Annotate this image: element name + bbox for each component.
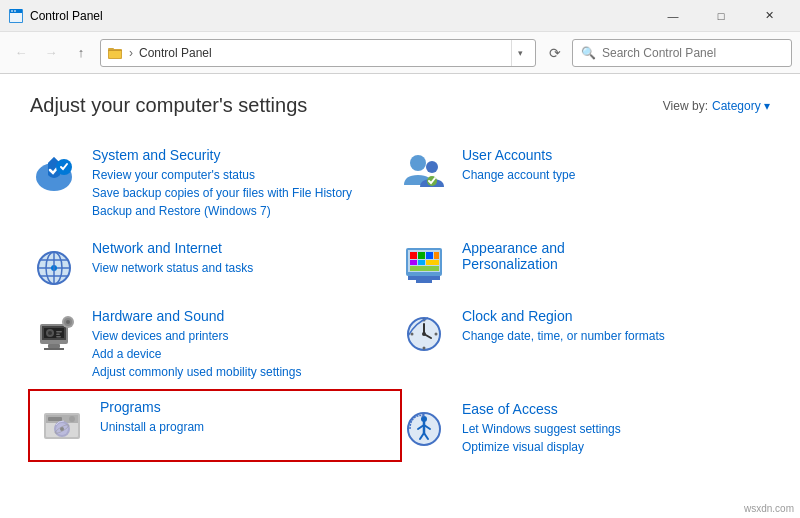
category-ease-of-access[interactable]: Ease of Access Let Windows suggest setti… (400, 391, 770, 466)
category-user-accounts[interactable]: User Accounts Change account type (400, 137, 770, 230)
programs-title[interactable]: Programs (100, 399, 392, 415)
svg-rect-46 (56, 336, 61, 338)
page-header: Adjust your computer's settings View by:… (30, 94, 770, 117)
user-accounts-title[interactable]: User Accounts (462, 147, 760, 163)
svg-rect-1 (10, 13, 22, 22)
back-button[interactable]: ← (8, 40, 34, 66)
system-security-content: System and Security Review your computer… (92, 147, 390, 220)
category-appearance[interactable]: Appearance andPersonalization (400, 230, 770, 298)
appearance-icon (400, 240, 448, 288)
svg-point-11 (410, 155, 426, 171)
svg-rect-30 (410, 260, 417, 265)
svg-rect-40 (48, 344, 60, 348)
hardware-sound-title[interactable]: Hardware and Sound (92, 308, 390, 324)
title-bar: Control Panel — □ ✕ (0, 0, 800, 32)
svg-rect-32 (426, 260, 439, 265)
search-input[interactable] (602, 46, 783, 60)
page-title: Adjust your computer's settings (30, 94, 307, 117)
svg-rect-25 (416, 280, 432, 283)
user-accounts-icon (400, 147, 448, 195)
svg-point-54 (435, 333, 438, 336)
category-programs[interactable]: Programs Uninstall a program (28, 389, 402, 462)
forward-button[interactable]: → (38, 40, 64, 66)
address-field[interactable]: › Control Panel ▾ (100, 39, 536, 67)
svg-rect-60 (48, 417, 62, 421)
search-icon: 🔍 (581, 46, 596, 60)
search-field[interactable]: 🔍 (572, 39, 792, 67)
ease-of-access-title[interactable]: Ease of Access (462, 401, 760, 417)
programs-content: Programs Uninstall a program (100, 399, 392, 436)
window-title: Control Panel (30, 9, 650, 23)
network-internet-icon (30, 240, 78, 288)
ease-of-access-icon (400, 401, 448, 449)
breadcrumb-separator: › (129, 46, 133, 60)
hardware-sound-content: Hardware and Sound View devices and prin… (92, 308, 390, 381)
window-controls: — □ ✕ (650, 0, 792, 32)
svg-point-52 (422, 332, 426, 336)
programs-link-1[interactable]: Uninstall a program (100, 418, 392, 436)
network-internet-content: Network and Internet View network status… (92, 240, 390, 277)
user-accounts-link-1[interactable]: Change account type (462, 166, 760, 184)
svg-rect-33 (410, 266, 439, 271)
svg-point-55 (423, 347, 426, 350)
svg-point-4 (14, 10, 16, 12)
address-folder-icon (107, 45, 123, 61)
close-button[interactable]: ✕ (746, 0, 792, 32)
address-bar: ← → ↑ › Control Panel ▾ ⟳ 🔍 (0, 32, 800, 74)
ease-of-access-content: Ease of Access Let Windows suggest setti… (462, 401, 760, 456)
svg-point-12 (426, 161, 438, 173)
svg-rect-44 (56, 331, 62, 333)
network-internet-link-1[interactable]: View network status and tasks (92, 259, 390, 277)
title-bar-icon (8, 8, 24, 24)
svg-rect-31 (418, 260, 425, 265)
programs-icon (38, 399, 86, 447)
view-by-label: View by: (663, 99, 708, 113)
hardware-sound-link-3[interactable]: Adjust commonly used mobility settings (92, 363, 390, 381)
category-system-security[interactable]: System and Security Review your computer… (30, 137, 400, 230)
category-grid: System and Security Review your computer… (30, 137, 770, 466)
hardware-sound-link-2[interactable]: Add a device (92, 345, 390, 363)
system-security-link-3[interactable]: Backup and Restore (Windows 7) (92, 202, 390, 220)
maximize-button[interactable]: □ (698, 0, 744, 32)
svg-point-56 (411, 333, 414, 336)
ease-of-access-link-2[interactable]: Optimize visual display (462, 438, 760, 456)
svg-rect-24 (408, 276, 440, 280)
ease-of-access-link-1[interactable]: Let Windows suggest settings (462, 420, 760, 438)
system-security-link-2[interactable]: Save backup copies of your files with Fi… (92, 184, 390, 202)
category-network-internet[interactable]: Network and Internet View network status… (30, 230, 400, 298)
network-internet-title[interactable]: Network and Internet (92, 240, 390, 256)
clock-region-icon (400, 308, 448, 356)
category-clock-region[interactable]: Clock and Region Change date, time, or n… (400, 298, 770, 391)
clock-region-title[interactable]: Clock and Region (462, 308, 760, 324)
svg-rect-28 (426, 252, 433, 259)
view-by-control: View by: Category ▾ (663, 99, 770, 113)
main-content: Adjust your computer's settings View by:… (0, 74, 800, 518)
clock-region-link-1[interactable]: Change date, time, or number formats (462, 327, 760, 345)
svg-rect-8 (108, 50, 122, 51)
svg-rect-41 (44, 348, 64, 350)
svg-rect-7 (109, 50, 121, 58)
svg-point-61 (69, 416, 75, 422)
svg-rect-6 (108, 48, 114, 50)
svg-point-39 (66, 320, 70, 324)
hardware-sound-icon (30, 308, 78, 356)
clock-region-content: Clock and Region Change date, time, or n… (462, 308, 760, 345)
view-by-dropdown[interactable]: Category ▾ (712, 99, 770, 113)
svg-rect-45 (56, 334, 60, 336)
system-security-link-1[interactable]: Review your computer's status (92, 166, 390, 184)
minimize-button[interactable]: — (650, 0, 696, 32)
hardware-sound-link-1[interactable]: View devices and printers (92, 327, 390, 345)
svg-rect-27 (418, 252, 425, 259)
svg-rect-29 (434, 252, 439, 259)
user-accounts-content: User Accounts Change account type (462, 147, 760, 184)
system-security-title[interactable]: System and Security (92, 147, 390, 163)
category-hardware-sound[interactable]: Hardware and Sound View devices and prin… (30, 298, 400, 391)
system-security-icon (30, 147, 78, 195)
appearance-title[interactable]: Appearance andPersonalization (462, 240, 760, 272)
up-button[interactable]: ↑ (68, 40, 94, 66)
svg-point-3 (11, 10, 13, 12)
address-dropdown-button[interactable]: ▾ (511, 40, 529, 66)
breadcrumb-current: Control Panel (139, 46, 507, 60)
refresh-button[interactable]: ⟳ (542, 40, 568, 66)
svg-point-43 (48, 331, 52, 335)
